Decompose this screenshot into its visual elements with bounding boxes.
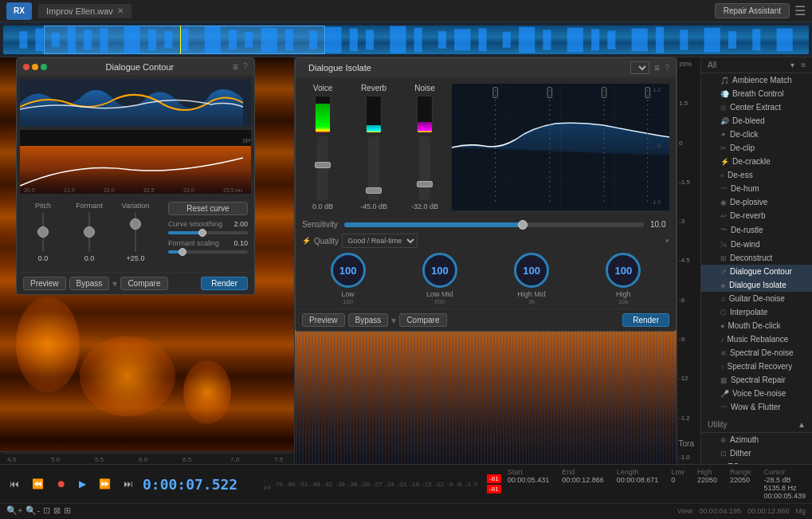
sidebar-item-de-ess[interactable]: ≈ De-ess bbox=[701, 168, 812, 182]
sidebar-item-voice-de-noise[interactable]: 🎤 Voice De-noise bbox=[701, 387, 812, 400]
fast-forward-button[interactable]: ⏩ bbox=[96, 477, 114, 491]
reverb-fader[interactable] bbox=[368, 136, 379, 200]
zoom-custom-button[interactable]: ⊞ bbox=[64, 505, 71, 516]
reverb-fader-thumb[interactable] bbox=[366, 187, 382, 194]
voice-fader-thumb[interactable] bbox=[315, 162, 331, 168]
svg-text:1.2: 1.2 bbox=[653, 87, 661, 92]
reset-curve-button[interactable]: Reset curve bbox=[168, 202, 248, 215]
sidebar-item-spectral-de-noise[interactable]: ≋ Spectral De-noise bbox=[701, 346, 812, 360]
sidebar-item-azimuth[interactable]: ⊕ Azimuth bbox=[701, 433, 812, 446]
sidebar-item-wow-flutter[interactable]: 〰 Wow & Flutter bbox=[701, 400, 812, 414]
nav-icon[interactable]: ☰ bbox=[794, 3, 806, 18]
contour-bypass-button[interactable]: Bypass bbox=[69, 277, 110, 290]
pitch-slider[interactable] bbox=[42, 212, 44, 252]
sidebar-item-de-hum[interactable]: 〰 De-hum bbox=[701, 182, 812, 195]
sidebar-item-de-reverb[interactable]: ↩ De-reverb bbox=[701, 209, 812, 222]
knob-low-mid[interactable]: 100 bbox=[422, 253, 457, 288]
sidebar-item-deconstruct[interactable]: ⊞ Deconstruct bbox=[701, 251, 812, 265]
curve-smoothing-slider[interactable] bbox=[168, 231, 248, 234]
pitch-thumb[interactable] bbox=[37, 226, 49, 238]
zoom-fit-button[interactable]: ⊡ bbox=[43, 505, 50, 516]
zoom-selection-button[interactable]: ⊠ bbox=[53, 505, 61, 516]
sidebar-item-ambience-match[interactable]: 🎵 Ambience Match bbox=[701, 73, 812, 87]
sidebar-item-spectral-recovery[interactable]: ↑ Spectral Recovery bbox=[701, 360, 812, 373]
contour-preview-button[interactable]: Preview bbox=[23, 277, 66, 290]
sidebar-item-music-rebalance[interactable]: ♪ Music Rebalance bbox=[701, 332, 812, 346]
skip-forward-button[interactable]: ⏭ bbox=[120, 477, 136, 491]
record-button[interactable]: ⏺ bbox=[53, 477, 69, 491]
sidebar-item-de-plosive[interactable]: ◉ De-plosive bbox=[701, 195, 812, 209]
sidebar-item-de-crackle[interactable]: ⚡ De-crackle bbox=[701, 155, 812, 168]
waveform-inner[interactable] bbox=[3, 26, 809, 54]
transport-row: ⏮ ⏪ ⏺ ▶ ⏩ ⏭ 0:00:07.522 -inf -70 -60 -51… bbox=[0, 465, 812, 504]
noise-fader-thumb[interactable] bbox=[417, 181, 433, 187]
db-neg1-5: -1.5 bbox=[679, 179, 699, 186]
sidebar-item-dither[interactable]: ⊡ Dither bbox=[701, 446, 812, 460]
svg-rect-27 bbox=[567, 27, 583, 52]
sidebar-item-de-bleed[interactable]: 🔊 De-bleed bbox=[701, 114, 812, 128]
sidebar-expand-icon[interactable]: ▾ bbox=[790, 61, 794, 69]
curve-smoothing-thumb[interactable] bbox=[198, 229, 206, 237]
close-tab-icon[interactable]: ✕ bbox=[117, 6, 124, 15]
dither-icon: ⊡ bbox=[720, 450, 727, 458]
eq-knobs-row: 100 Low 100 100 Low Mid 600 bbox=[296, 250, 676, 309]
variation-thumb[interactable] bbox=[130, 218, 141, 230]
knob-high-mid[interactable]: 100 bbox=[514, 253, 549, 288]
waveform-overview[interactable] bbox=[0, 22, 812, 57]
utility-expand-icon[interactable]: ▲ bbox=[798, 420, 806, 429]
sidebar-item-de-wind[interactable]: 🌬 De-wind bbox=[701, 238, 812, 251]
isolate-render-button[interactable]: Render bbox=[622, 313, 669, 327]
close-dot[interactable] bbox=[23, 64, 29, 70]
sidebar-item-de-click[interactable]: ✦ De-click bbox=[701, 128, 812, 141]
sidebar-item-guitar-de-noise[interactable]: ♫ Guitar De-noise bbox=[701, 292, 812, 305]
rewind-button[interactable]: ⏪ bbox=[29, 477, 47, 491]
formant-scaling-thumb[interactable] bbox=[178, 248, 186, 256]
knob-low[interactable]: 100 bbox=[331, 253, 366, 288]
sidebar-menu-icon[interactable]: ≡ bbox=[801, 61, 806, 69]
sidebar-item-breath-control[interactable]: 💨 Breath Control bbox=[701, 87, 812, 100]
sidebar-item-center-extract[interactable]: ◎ Center Extract bbox=[701, 100, 812, 114]
svg-rect-5 bbox=[100, 27, 108, 52]
isolate-compare-button[interactable]: Compare bbox=[399, 313, 446, 327]
formant-slider[interactable] bbox=[88, 212, 90, 252]
contour-menu-icon[interactable]: ≡ bbox=[233, 61, 238, 73]
play-button[interactable]: ▶ bbox=[76, 477, 89, 491]
sidebar-item-de-clip[interactable]: ✂ De-clip bbox=[701, 141, 812, 155]
voice-fader[interactable] bbox=[317, 136, 328, 200]
formant-scaling-slider[interactable] bbox=[168, 250, 248, 254]
isolate-dropdown[interactable] bbox=[630, 61, 649, 74]
formant-thumb[interactable] bbox=[84, 226, 95, 238]
quality-expand-icon[interactable]: ▾ bbox=[665, 237, 669, 245]
main-spectrogram[interactable]: Dialogue Isolate ≡ ? bbox=[295, 57, 700, 464]
sidebar-item-eq[interactable]: ≡ EQ bbox=[701, 460, 812, 464]
variation-slider[interactable] bbox=[135, 212, 136, 252]
sensitivity-thumb[interactable] bbox=[518, 220, 528, 230]
knob-high[interactable]: 100 bbox=[606, 253, 641, 288]
sidebar-item-dialogue-isolate[interactable]: ◈ Dialogue Isolate bbox=[701, 278, 812, 292]
isolate-help-icon[interactable]: ? bbox=[665, 63, 669, 73]
sidebar-item-spectral-repair[interactable]: ▦ Spectral Repair bbox=[701, 373, 812, 387]
zoom-in-button[interactable]: 🔍+ bbox=[6, 505, 22, 516]
minimize-dot[interactable] bbox=[32, 64, 38, 70]
sidebar-item-mouth-de-click[interactable]: ● Mouth De-click bbox=[701, 319, 812, 332]
sensitivity-slider[interactable] bbox=[344, 222, 644, 227]
knob-low-mid-label: Low Mid bbox=[426, 290, 453, 298]
repair-assistant-button[interactable]: Repair Assistant bbox=[715, 3, 790, 18]
sidebar-item-interpolate[interactable]: ⬡ Interpolate bbox=[701, 305, 812, 319]
noise-fader[interactable] bbox=[419, 136, 430, 200]
sidebar-item-dialogue-contour[interactable]: ↗ Dialogue Contour bbox=[701, 265, 812, 278]
contour-help-icon[interactable]: ? bbox=[243, 61, 248, 73]
tab-file[interactable]: Improv Ellen.wav ✕ bbox=[38, 4, 131, 18]
skip-back-button[interactable]: ⏮ bbox=[6, 477, 22, 491]
isolate-menu-icon[interactable]: ≡ bbox=[654, 62, 660, 73]
sidebar-item-de-rustle[interactable]: 〜 De-rustle bbox=[701, 222, 812, 238]
maximize-dot[interactable] bbox=[41, 64, 47, 70]
zoom-out-button[interactable]: 🔍- bbox=[25, 505, 40, 516]
contour-compare-button[interactable]: Compare bbox=[120, 277, 167, 290]
isolate-preview-button[interactable]: Preview bbox=[302, 313, 345, 327]
svg-text:20.5: 20.5 bbox=[24, 187, 35, 193]
quality-dropdown[interactable]: Good / Real-time bbox=[342, 234, 418, 248]
contour-render-button[interactable]: Render bbox=[201, 277, 248, 290]
contour-title: Dialogue Contour bbox=[106, 62, 175, 72]
isolate-bypass-button[interactable]: Bypass bbox=[348, 313, 389, 327]
